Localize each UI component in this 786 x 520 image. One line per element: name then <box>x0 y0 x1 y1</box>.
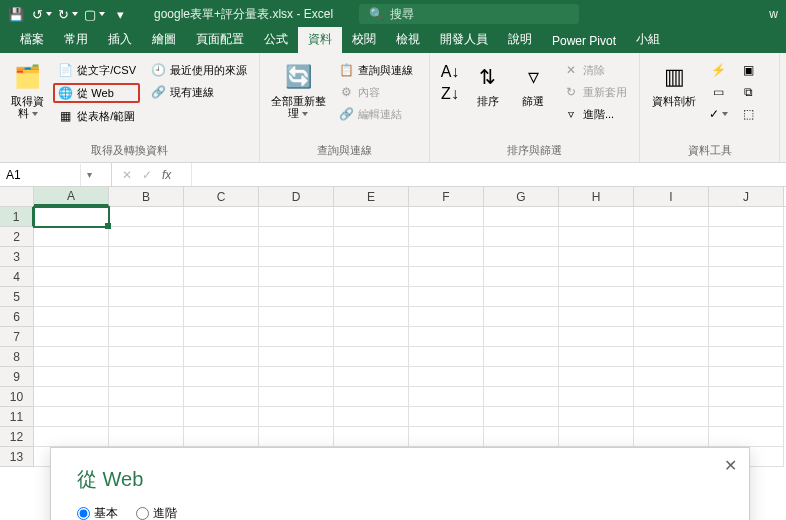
camera-icon[interactable]: ▢ <box>86 6 102 22</box>
undo-icon[interactable]: ↺ <box>34 6 50 22</box>
cell[interactable] <box>184 327 259 347</box>
cell[interactable] <box>109 367 184 387</box>
tab-developer[interactable]: 開發人員 <box>430 27 498 53</box>
cell[interactable] <box>634 347 709 367</box>
cell[interactable] <box>559 307 634 327</box>
cell[interactable] <box>184 287 259 307</box>
cell[interactable] <box>334 367 409 387</box>
cell[interactable] <box>634 367 709 387</box>
refresh-all-button[interactable]: 🔄 全部重新整理 <box>268 57 328 141</box>
cell[interactable] <box>34 367 109 387</box>
cell[interactable] <box>559 247 634 267</box>
accept-formula-icon[interactable]: ✓ <box>142 168 152 182</box>
col-header[interactable]: D <box>259 187 334 206</box>
cell[interactable] <box>34 427 109 447</box>
col-header[interactable]: J <box>709 187 784 206</box>
cell[interactable] <box>334 207 409 227</box>
cell[interactable] <box>184 207 259 227</box>
cell[interactable] <box>634 287 709 307</box>
col-header[interactable]: A <box>34 187 109 206</box>
cell[interactable] <box>709 407 784 427</box>
cell[interactable] <box>484 207 559 227</box>
cell[interactable] <box>709 367 784 387</box>
cell[interactable] <box>484 407 559 427</box>
clear-filter-button[interactable]: ✕清除 <box>559 61 631 79</box>
cell[interactable] <box>184 307 259 327</box>
cell[interactable] <box>34 267 109 287</box>
cell[interactable] <box>334 347 409 367</box>
sort-button[interactable]: ⇅ 排序 <box>468 57 508 141</box>
cell[interactable] <box>184 367 259 387</box>
edit-links-button[interactable]: 🔗編輯連結 <box>334 105 417 123</box>
cell[interactable] <box>334 247 409 267</box>
qat-customize-icon[interactable]: ▾ <box>112 6 128 22</box>
cell[interactable] <box>109 327 184 347</box>
name-box-input[interactable] <box>0 168 80 182</box>
cell[interactable] <box>709 267 784 287</box>
save-icon[interactable]: 💾 <box>8 6 24 22</box>
cell[interactable] <box>409 267 484 287</box>
text-to-columns-button[interactable]: ▥ 資料剖析 <box>648 57 700 141</box>
from-text-csv-button[interactable]: 📄從文字/CSV <box>53 61 140 79</box>
get-data-button[interactable]: 🗂️ 取得資 料 <box>8 57 47 141</box>
cell[interactable] <box>484 367 559 387</box>
tab-view[interactable]: 檢視 <box>386 27 430 53</box>
cell[interactable] <box>109 387 184 407</box>
cell[interactable] <box>109 407 184 427</box>
tab-draw[interactable]: 繪圖 <box>142 27 186 53</box>
cell[interactable] <box>409 307 484 327</box>
remove-duplicates-button[interactable]: ▭ <box>706 83 730 101</box>
col-header[interactable]: I <box>634 187 709 206</box>
cell[interactable] <box>409 367 484 387</box>
cell[interactable] <box>709 327 784 347</box>
cell[interactable] <box>709 307 784 327</box>
flash-fill-button[interactable]: ⚡ <box>706 61 730 79</box>
formula-input[interactable] <box>191 163 786 186</box>
cell[interactable] <box>409 327 484 347</box>
row-header[interactable]: 10 <box>0 387 34 407</box>
row-header[interactable]: 4 <box>0 267 34 287</box>
cell[interactable] <box>409 227 484 247</box>
cell[interactable] <box>109 287 184 307</box>
sort-desc-button[interactable]: Z↓ <box>438 85 462 103</box>
tab-help[interactable]: 說明 <box>498 27 542 53</box>
cell[interactable] <box>409 207 484 227</box>
tab-file[interactable]: 檔案 <box>10 27 54 53</box>
row-header[interactable]: 13 <box>0 447 34 467</box>
cell[interactable] <box>484 387 559 407</box>
cell[interactable] <box>259 287 334 307</box>
col-header[interactable]: E <box>334 187 409 206</box>
cell[interactable] <box>709 387 784 407</box>
cell[interactable] <box>709 247 784 267</box>
cell[interactable] <box>334 407 409 427</box>
cell[interactable] <box>634 267 709 287</box>
cell[interactable] <box>634 207 709 227</box>
tab-data[interactable]: 資料 <box>298 27 342 53</box>
cell[interactable] <box>634 247 709 267</box>
cell[interactable] <box>334 427 409 447</box>
cell[interactable] <box>34 407 109 427</box>
sort-asc-button[interactable]: A↓ <box>438 63 462 81</box>
tab-team[interactable]: 小組 <box>626 27 670 53</box>
cell[interactable] <box>559 347 634 367</box>
relationships-button[interactable]: ⧉ <box>736 83 760 101</box>
cell[interactable] <box>259 327 334 347</box>
tab-formulas[interactable]: 公式 <box>254 27 298 53</box>
cell[interactable] <box>559 287 634 307</box>
from-table-button[interactable]: ▦從表格/範圍 <box>53 107 140 125</box>
consolidate-button[interactable]: ▣ <box>736 61 760 79</box>
cell[interactable] <box>484 307 559 327</box>
cell[interactable] <box>559 327 634 347</box>
from-web-button[interactable]: 🌐從 Web <box>53 83 140 103</box>
row-header[interactable]: 3 <box>0 247 34 267</box>
cell[interactable] <box>109 347 184 367</box>
cell[interactable] <box>34 227 109 247</box>
cell[interactable] <box>484 267 559 287</box>
name-box[interactable]: ▾ <box>0 163 112 186</box>
cell[interactable] <box>709 427 784 447</box>
row-header[interactable]: 9 <box>0 367 34 387</box>
cell[interactable] <box>34 247 109 267</box>
cell[interactable] <box>34 347 109 367</box>
cell[interactable] <box>109 427 184 447</box>
cell[interactable] <box>484 227 559 247</box>
